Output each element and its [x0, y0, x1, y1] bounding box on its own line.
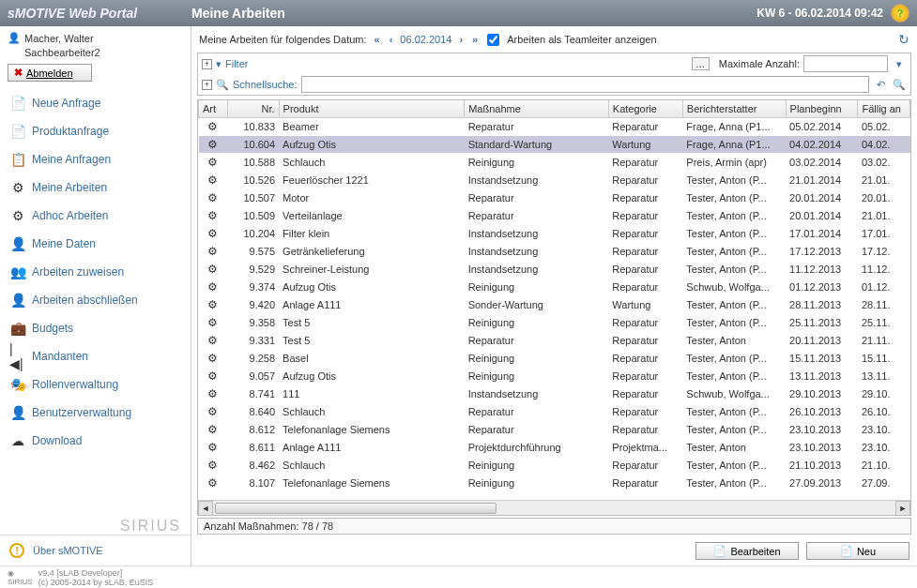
sidebar-item-2[interactable]: 📋Meine Anfragen [0, 145, 191, 173]
sidebar-item-11[interactable]: 👤Benutzerverwaltung [0, 399, 191, 427]
filter-options-button[interactable]: ... [692, 57, 710, 70]
table-row[interactable]: ⚙10.833BeamerReparaturReparaturFrage, An… [199, 118, 910, 136]
column-header[interactable]: Maßnahme [465, 100, 609, 118]
quicksearch-label[interactable]: Schnellsuche: [233, 79, 298, 90]
refresh-icon[interactable]: ↻ [898, 32, 909, 47]
table-row[interactable]: ⚙10.204Filter kleinInstandsetzungReparat… [199, 225, 910, 243]
cell-berichterstatter: Tester, Anton (P... [682, 350, 786, 368]
nav-label: Produktanfrage [32, 125, 109, 138]
table-row[interactable]: ⚙8.612Telefonanlage SiemensReparaturRepa… [199, 421, 910, 439]
column-header[interactable]: Art [199, 100, 228, 118]
column-header[interactable]: Berichterstatter [682, 100, 786, 118]
sidebar-item-8[interactable]: 💼Budgets [0, 314, 191, 342]
table-row[interactable]: ⚙9.374Aufzug OtisReinigungReparaturSchwu… [199, 279, 910, 296]
search-icon[interactable]: 🔍 [892, 79, 907, 91]
table-row[interactable]: ⚙8.107Telefonanlage SiemensReinigungRepa… [199, 475, 910, 492]
table-row[interactable]: ⚙9.529Schreiner-LeistungInstandsetzungRe… [199, 261, 910, 279]
column-header[interactable]: Planbeginn [786, 100, 858, 118]
cell-massnahme: Instandsetzung [465, 261, 609, 279]
cell-produkt: Aufzug Otis [279, 279, 465, 296]
nav-label: Download [32, 434, 82, 447]
sidebar-item-10[interactable]: 🎭Rollenverwaltung [0, 370, 191, 399]
table-row[interactable]: ⚙8.611Anlage A111ProjektdurchführungProj… [199, 439, 910, 457]
max-count-input[interactable] [803, 55, 888, 72]
cell-faellig: 21.01. [858, 172, 910, 189]
column-header[interactable]: Fällig an [858, 100, 910, 118]
table-row[interactable]: ⚙10.588SchlauchReinigungReparaturPreis, … [199, 154, 910, 172]
prev-page-icon[interactable]: ‹ [388, 34, 395, 45]
sidebar-item-0[interactable]: 📄Neue Anfrage [0, 89, 191, 117]
scroll-right-icon[interactable]: ► [895, 501, 910, 516]
next-page-icon[interactable]: › [457, 34, 465, 45]
cell-planbeginn: 21.10.2013 [786, 457, 858, 475]
table-row[interactable]: ⚙9.575GetränkelieferungInstandsetzungRep… [199, 243, 910, 261]
about-link-row: ! Über sMOTIVE [0, 535, 191, 565]
scroll-left-icon[interactable]: ◄ [198, 501, 213, 516]
horizontal-scrollbar[interactable]: ◄ ► [198, 500, 910, 515]
cell-massnahme: Standard-Wartung [465, 136, 609, 154]
cell-nr: 8.741 [227, 385, 279, 403]
table-row[interactable]: ⚙10.507MotorReparaturReparaturTester, An… [199, 189, 910, 207]
cell-kategorie: Reparatur [608, 261, 682, 279]
first-page-icon[interactable]: « [373, 34, 382, 45]
table-row[interactable]: ⚙10.604Aufzug OtisStandard-WartungWartun… [199, 136, 910, 154]
sidebar-item-12[interactable]: ☁Download [0, 427, 191, 455]
table-row[interactable]: ⚙10.509VerteilanlageReparaturReparaturTe… [199, 207, 910, 225]
brand-title: sMOTIVE Web Portal [8, 6, 191, 21]
edit-button[interactable]: 📄 Bearbeiten [695, 542, 799, 560]
undo-icon[interactable]: ↶ [873, 79, 888, 91]
cell-kategorie: Reparatur [608, 385, 682, 403]
cell-faellig: 20.01. [858, 189, 910, 207]
sidebar-item-7[interactable]: 👤Arbeiten abschließen [0, 286, 191, 314]
sidebar-item-4[interactable]: ⚙Adhoc Arbeiten [0, 202, 191, 230]
apply-filter-icon[interactable]: ▾ [892, 58, 907, 70]
grid-scroll[interactable]: ArtNr.ProduktMaßnahmeKategorieBerichters… [198, 100, 910, 500]
cell-massnahme: Reinigung [465, 368, 609, 385]
help-icon[interactable]: ? [891, 4, 909, 23]
nav-icon: 📄 [9, 123, 26, 140]
cell-nr: 9.374 [227, 279, 279, 296]
quicksearch-input[interactable] [301, 76, 870, 93]
table-row[interactable]: ⚙9.331Test 5ReparaturReparaturTester, An… [199, 332, 910, 350]
sirius-logo: SIRIUS [0, 514, 191, 535]
table-row[interactable]: ⚙10.526Feuerlöscher 1221InstandsetzungRe… [199, 172, 910, 189]
sidebar-item-3[interactable]: ⚙Meine Arbeiten [0, 173, 191, 202]
table-row[interactable]: ⚙9.358Test 5ReinigungReparaturTester, An… [199, 314, 910, 332]
table-row[interactable]: ⚙8.741111InstandsetzungReparaturSchwub, … [199, 385, 910, 403]
new-button[interactable]: 📄 Neu [806, 542, 909, 560]
table-row[interactable]: ⚙9.420Anlage A111Sonder-WartungWartungTe… [199, 296, 910, 314]
sidebar-item-9[interactable]: |◀|Mandanten [0, 342, 191, 370]
cell-massnahme: Instandsetzung [465, 385, 609, 403]
sidebar-item-6[interactable]: 👥Arbeiten zuweisen [0, 258, 191, 286]
cell-planbeginn: 05.02.2014 [786, 118, 858, 136]
last-page-icon[interactable]: » [470, 34, 480, 45]
nav-icon: ⚙ [9, 207, 26, 224]
cell-produkt: Anlage A111 [279, 296, 465, 314]
scroll-thumb[interactable] [215, 503, 497, 514]
current-date[interactable]: 06.02.2014 [400, 34, 451, 45]
expand-quicksearch-icon[interactable]: + [202, 80, 212, 90]
logout-button[interactable]: ✖ Abmelden [8, 64, 92, 82]
expand-filter-icon[interactable]: + [202, 59, 212, 69]
table-row[interactable]: ⚙9.057Aufzug OtisReinigungReparaturTeste… [199, 368, 910, 385]
table-row[interactable]: ⚙8.640SchlauchReparaturReparaturTester, … [199, 403, 910, 421]
table-row[interactable]: ⚙8.462SchlauchReinigungReparaturTester, … [199, 457, 910, 475]
gear-icon: ⚙ [199, 136, 228, 154]
cell-massnahme: Reparatur [465, 118, 609, 136]
cell-planbeginn: 21.01.2014 [786, 172, 858, 189]
teamleader-checkbox[interactable] [487, 34, 499, 46]
action-bar: 📄 Bearbeiten 📄 Neu [191, 536, 917, 565]
cell-faellig: 29.10. [858, 385, 910, 403]
cell-kategorie: Reparatur [608, 421, 682, 439]
cell-planbeginn: 01.12.2013 [786, 279, 858, 296]
sidebar-item-5[interactable]: 👤Meine Daten [0, 230, 191, 258]
filter-link[interactable]: Filter [225, 58, 248, 69]
cell-produkt: Verteilanlage [279, 207, 465, 225]
column-header[interactable]: Kategorie [608, 100, 682, 118]
column-header[interactable]: Nr. [227, 100, 279, 118]
sidebar-item-1[interactable]: 📄Produktanfrage [0, 117, 191, 145]
about-link[interactable]: Über sMOTIVE [33, 545, 103, 556]
cell-produkt: Test 5 [279, 314, 465, 332]
table-row[interactable]: ⚙9.258BaselReinigungReparaturTester, Ant… [199, 350, 910, 368]
column-header[interactable]: Produkt [279, 100, 465, 118]
